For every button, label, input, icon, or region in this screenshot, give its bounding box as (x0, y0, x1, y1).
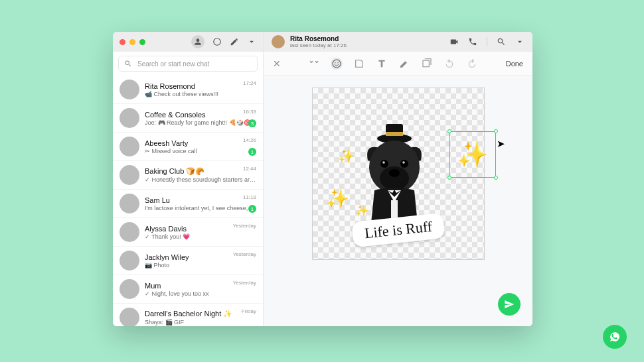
whatsapp-icon (607, 330, 622, 344)
chat-time: Yesterday (233, 251, 256, 257)
chat-name: Rita Rosemond (145, 82, 256, 90)
unread-badge: 1 (248, 148, 256, 156)
chat-preview: I'm lactose intolerant yet, I see cheese… (145, 205, 256, 211)
chat-preview: ✓ Thank you! 💗 (145, 233, 256, 240)
chat-avatar (120, 251, 139, 271)
voice-call-icon[interactable] (468, 37, 477, 46)
done-button[interactable]: Done (506, 60, 523, 68)
chat-avatar (120, 222, 139, 242)
send-button[interactable] (498, 293, 521, 316)
svg-point-0 (333, 60, 341, 68)
contact-name: Rita Rosemond (290, 35, 347, 42)
outline-tool-icon[interactable] (421, 58, 433, 70)
sidebar: Search or start new chat Rita Rosemond📹 … (113, 32, 264, 326)
chat-list: Rita Rosemond📹 Check out these views!!!1… (113, 76, 263, 326)
text-tool-icon[interactable] (376, 58, 388, 70)
svg-rect-5 (386, 132, 403, 136)
my-avatar[interactable] (191, 35, 204, 48)
svg-point-2 (338, 62, 339, 63)
unread-badge: 3 (248, 119, 256, 127)
draw-tool-icon[interactable] (398, 58, 410, 70)
chat-time: 11:18 (243, 194, 256, 200)
chat-name: Abeesh Varty (145, 139, 256, 147)
chat-name: Sam Lu (145, 196, 256, 204)
chat-avatar (120, 165, 139, 185)
chat-time: Yesterday (233, 223, 256, 229)
chevron-down-icon[interactable] (247, 37, 256, 46)
svg-point-9 (380, 160, 388, 168)
chat-preview: ✂ Missed voice call (145, 148, 256, 154)
sticker-editor-toolbar: ✕ Done (264, 52, 532, 76)
chat-row[interactable]: Abeesh Varty✂ Missed voice call14:261 (113, 133, 263, 161)
app-window: Search or start new chat Rita Rosemond📹 … (113, 32, 532, 326)
svg-rect-4 (386, 124, 403, 139)
chat-preview: ✓ Night, love you too xx (145, 290, 256, 297)
selection-box[interactable]: ✨ (449, 131, 496, 178)
undo-icon[interactable] (443, 58, 455, 70)
chevron-down-icon[interactable] (515, 37, 524, 46)
svg-point-11 (400, 160, 408, 168)
chat-time: 14:26 (243, 137, 256, 143)
crop-tool-icon[interactable] (308, 58, 320, 70)
chat-avatar (120, 194, 139, 213)
chat-time: Yesterday (233, 280, 256, 286)
chat-avatar (120, 137, 139, 156)
chat-time: 16:38 (243, 109, 256, 115)
chat-preview: Shaya: 🎬 GIF (145, 319, 256, 326)
chat-header: Rita Rosemond last seen today at 17:26 (264, 32, 532, 52)
sparkle-icon: ✨ (457, 140, 488, 169)
video-call-icon[interactable] (449, 37, 459, 46)
divider (487, 37, 487, 46)
chat-row[interactable]: Darrell's Bachelor Night ✨Shaya: 🎬 GIFFr… (113, 304, 263, 326)
status-ring-icon[interactable] (212, 37, 222, 46)
new-chat-icon[interactable] (230, 37, 239, 46)
chat-preview: Joe: 🎮 Ready for game night!! 🍕🎲🎯 (145, 119, 256, 126)
search-icon (124, 60, 132, 68)
chat-time: Friday (242, 308, 256, 314)
window-close-dot[interactable] (120, 39, 125, 45)
chat-time: 17:24 (243, 80, 256, 86)
chat-preview: 📷 Photo (145, 262, 256, 269)
contact-status: last seen today at 17:26 (290, 42, 347, 48)
person-icon (193, 37, 202, 46)
chat-row[interactable]: Jacklyn Wiley📷 PhotoYesterday (113, 247, 263, 275)
emoji-tool-icon[interactable] (331, 58, 343, 70)
search-input[interactable]: Search or start new chat (118, 56, 258, 72)
svg-point-1 (335, 62, 337, 63)
chat-row[interactable]: Mum✓ Night, love you too xxYesterday (113, 275, 263, 304)
close-editor-button[interactable]: ✕ (273, 58, 281, 69)
chat-avatar (120, 308, 139, 326)
search-placeholder: Search or start new chat (137, 60, 209, 68)
cursor-pointer-icon: ➤ (497, 138, 505, 150)
chat-name: Darrell's Bachelor Night ✨ (145, 310, 256, 318)
chat-preview: ✓ Honestly these sourdough starters are … (145, 176, 256, 183)
chat-time: 12:44 (243, 166, 256, 172)
chat-row[interactable]: Sam LuI'm lactose intolerant yet, I see … (113, 190, 263, 218)
chat-avatar (120, 108, 139, 128)
titlebar (113, 32, 263, 52)
window-minimize-dot[interactable] (129, 39, 135, 45)
chat-row[interactable]: Coffee & ConsolesJoe: 🎮 Ready for game n… (113, 104, 263, 133)
svg-point-12 (403, 161, 406, 164)
chat-row[interactable]: Alyssa Davis✓ Thank you! 💗Yesterday (113, 218, 263, 247)
search-in-chat-icon[interactable] (497, 37, 506, 46)
chat-avatar (120, 80, 139, 99)
redo-icon[interactable] (466, 58, 478, 70)
send-icon (504, 299, 515, 310)
chat-name: Coffee & Consoles (145, 111, 256, 119)
whatsapp-logo (603, 325, 627, 349)
sparkle-icon: ✨ (326, 188, 349, 210)
chat-row[interactable]: Rita Rosemond📹 Check out these views!!!1… (113, 76, 263, 104)
svg-point-10 (383, 161, 386, 164)
window-zoom-dot[interactable] (139, 39, 145, 45)
chat-row[interactable]: Baking Club 🍞🥐✓ Honestly these sourdough… (113, 161, 263, 190)
chat-preview: 📹 Check out these views!!! (145, 91, 256, 97)
svg-point-8 (389, 169, 400, 177)
main-pane: Rita Rosemond last seen today at 17:26 ✕ (264, 32, 532, 326)
unread-badge: 1 (248, 205, 256, 213)
editor-canvas-area: ✨ ✨ ✨ (264, 76, 532, 326)
chat-name: Baking Club 🍞🥐 (145, 167, 256, 176)
sticker-tool-icon[interactable] (353, 58, 365, 70)
sticker-canvas[interactable]: ✨ ✨ ✨ (312, 88, 485, 260)
contact-avatar[interactable] (272, 35, 285, 48)
